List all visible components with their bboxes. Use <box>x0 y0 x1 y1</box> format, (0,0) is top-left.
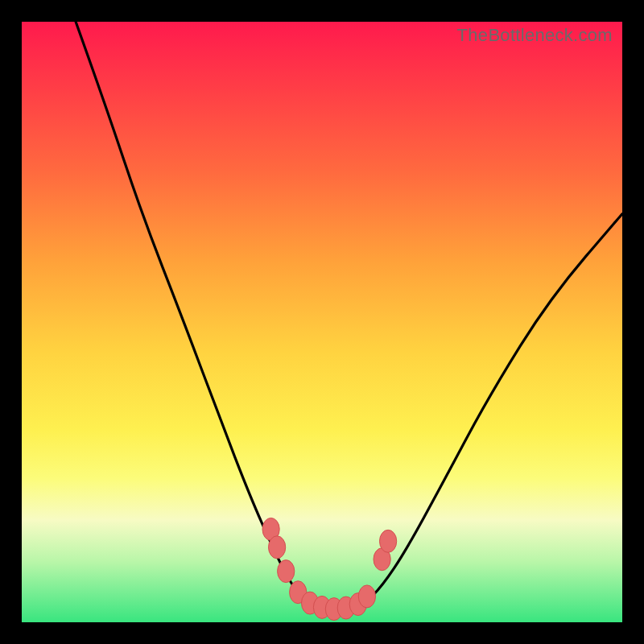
curve-marker <box>358 585 375 608</box>
curve-marker <box>380 530 397 552</box>
curve-marker <box>269 536 286 559</box>
bottleneck-curve <box>76 22 622 610</box>
curve-markers <box>262 518 397 620</box>
curve-marker <box>278 560 295 583</box>
bottleneck-curve-svg <box>22 22 622 622</box>
plot-area: TheBottleneck.com <box>22 22 622 622</box>
chart-frame: TheBottleneck.com <box>0 0 644 644</box>
